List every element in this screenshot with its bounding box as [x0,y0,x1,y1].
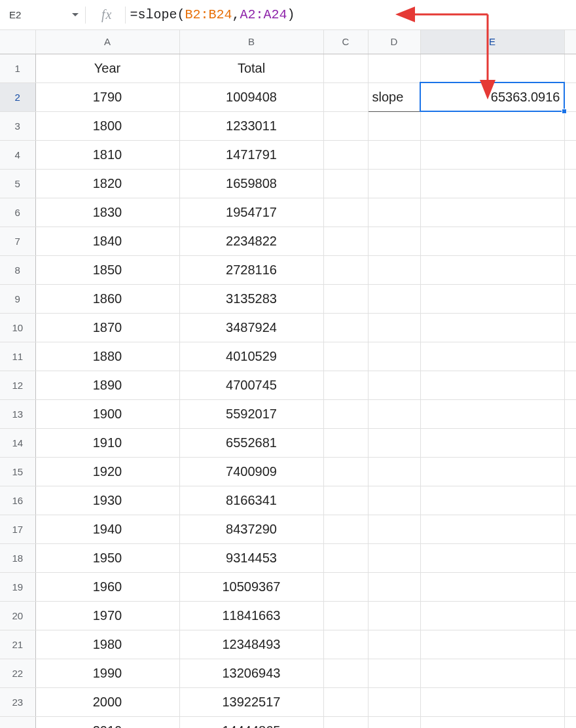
cell-D12[interactable] [368,371,420,399]
cell-A21[interactable]: 1980 [35,630,179,659]
cell-B8[interactable]: 2728116 [179,255,323,284]
row-header[interactable]: 11 [0,342,35,371]
cell-E10[interactable] [420,313,564,342]
cell-D3[interactable] [368,111,420,140]
cell-F21[interactable] [564,630,576,659]
cell-E16[interactable] [420,486,564,515]
cell-B13[interactable]: 5592017 [179,399,323,428]
cell-D19[interactable] [368,572,420,601]
cell-C5[interactable] [323,169,368,198]
cell-E3[interactable] [420,111,564,140]
cell-A15[interactable]: 1920 [35,457,179,486]
cell-B17[interactable]: 8437290 [179,515,323,543]
cell-E20[interactable] [420,601,564,630]
row-header[interactable]: 24 [0,716,35,728]
cell-D17[interactable] [368,515,420,543]
cell-E9[interactable] [420,284,564,313]
cell-E6[interactable] [420,198,564,227]
row-header[interactable]: 14 [0,428,35,457]
formula-input[interactable]: =slope(B2:B24,A2:A24) [126,0,576,29]
cell-C17[interactable] [323,515,368,543]
cell-E4[interactable] [420,140,564,169]
cell-D11[interactable] [368,342,420,371]
name-box[interactable]: E2 [0,0,85,29]
cell-B20[interactable]: 11841663 [179,601,323,630]
cell-C24[interactable] [323,716,368,728]
cell-C11[interactable] [323,342,368,371]
cell-D13[interactable] [368,399,420,428]
cell-B22[interactable]: 13206943 [179,659,323,687]
col-header-C[interactable]: C [323,30,368,54]
cell-D7[interactable] [368,227,420,255]
cell-A12[interactable]: 1890 [35,371,179,399]
cell-B9[interactable]: 3135283 [179,284,323,313]
cell-A11[interactable]: 1880 [35,342,179,371]
cell-B5[interactable]: 1659808 [179,169,323,198]
cell-D23[interactable] [368,687,420,716]
cell-D18[interactable] [368,543,420,572]
cell-A18[interactable]: 1950 [35,543,179,572]
col-header-E[interactable]: E [420,30,564,54]
cell-C13[interactable] [323,399,368,428]
cell-B16[interactable]: 8166341 [179,486,323,515]
cell-E23[interactable] [420,687,564,716]
row-header[interactable]: 5 [0,169,35,198]
cell-B19[interactable]: 10509367 [179,572,323,601]
cell-C16[interactable] [323,486,368,515]
cell-B14[interactable]: 6552681 [179,428,323,457]
select-all-corner[interactable] [0,30,35,54]
cell-D14[interactable] [368,428,420,457]
cell-A5[interactable]: 1820 [35,169,179,198]
cell-B6[interactable]: 1954717 [179,198,323,227]
cell-F10[interactable] [564,313,576,342]
cell-C21[interactable] [323,630,368,659]
cell-C15[interactable] [323,457,368,486]
cell-B18[interactable]: 9314453 [179,543,323,572]
cell-D4[interactable] [368,140,420,169]
cell-E19[interactable] [420,572,564,601]
cell-F20[interactable] [564,601,576,630]
cell-A17[interactable]: 1940 [35,515,179,543]
cell-B2[interactable]: 1009408 [179,82,323,111]
row-header[interactable]: 9 [0,284,35,313]
cell-E11[interactable] [420,342,564,371]
cell-C4[interactable] [323,140,368,169]
cell-C12[interactable] [323,371,368,399]
cell-D9[interactable] [368,284,420,313]
cell-D20[interactable] [368,601,420,630]
cell-B1[interactable]: Total [179,54,323,82]
cell-A22[interactable]: 1990 [35,659,179,687]
row-header[interactable]: 8 [0,255,35,284]
cell-F1[interactable] [564,54,576,82]
cell-E17[interactable] [420,515,564,543]
cell-B21[interactable]: 12348493 [179,630,323,659]
cell-F9[interactable] [564,284,576,313]
row-header[interactable]: 23 [0,687,35,716]
row-header[interactable]: 17 [0,515,35,543]
cell-F17[interactable] [564,515,576,543]
col-header-A[interactable]: A [35,30,179,54]
cell-F3[interactable] [564,111,576,140]
cell-D10[interactable] [368,313,420,342]
row-header[interactable]: 2 [0,82,35,111]
cell-F14[interactable] [564,428,576,457]
cell-F16[interactable] [564,486,576,515]
cell-A7[interactable]: 1840 [35,227,179,255]
cell-A3[interactable]: 1800 [35,111,179,140]
cell-F15[interactable] [564,457,576,486]
cell-A16[interactable]: 1930 [35,486,179,515]
cell-F18[interactable] [564,543,576,572]
cell-F4[interactable] [564,140,576,169]
cell-A4[interactable]: 1810 [35,140,179,169]
cell-E18[interactable] [420,543,564,572]
cell-F8[interactable] [564,255,576,284]
cell-D6[interactable] [368,198,420,227]
cell-C19[interactable] [323,572,368,601]
cell-A10[interactable]: 1870 [35,313,179,342]
row-header[interactable]: 10 [0,313,35,342]
cell-F11[interactable] [564,342,576,371]
row-header[interactable]: 4 [0,140,35,169]
cell-A20[interactable]: 1970 [35,601,179,630]
row-header[interactable]: 15 [0,457,35,486]
cell-F23[interactable] [564,687,576,716]
